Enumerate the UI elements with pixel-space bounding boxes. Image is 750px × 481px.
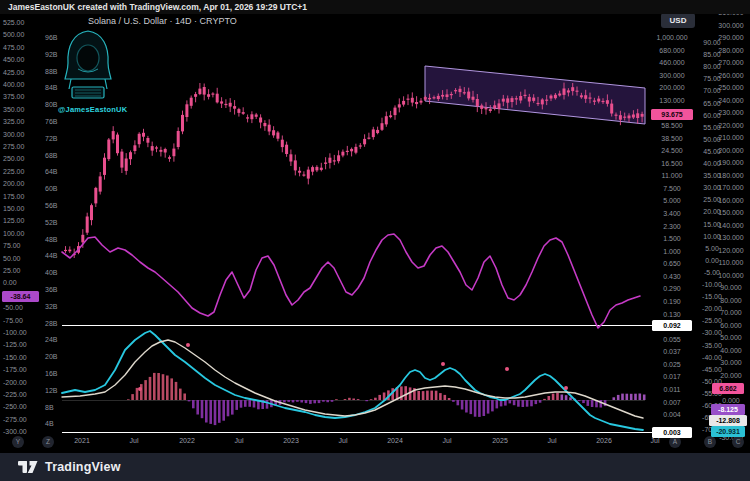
- time-axis-label: Jul: [651, 437, 660, 444]
- time-axis-label: Jul: [235, 437, 244, 444]
- time-axis-label: 2023: [283, 437, 299, 444]
- bottom-brand-bar: TradingView: [0, 453, 750, 481]
- time-axis-label: Jul: [443, 437, 452, 444]
- macd-signal-value-label: -12.808: [709, 415, 747, 426]
- time-axis-label: 2024: [387, 437, 403, 444]
- username-watermark: @JamesEastonUK: [58, 105, 127, 114]
- separator-bottom-value-label: 0.003: [652, 427, 692, 438]
- price-scale-button-z[interactable]: Z: [42, 436, 54, 448]
- oscillator-value-label: -38.64: [2, 291, 39, 302]
- price-scale-button-b[interactable]: B: [704, 436, 716, 448]
- time-axis-label: 2025: [492, 437, 508, 444]
- time-axis-label: 2022: [179, 437, 195, 444]
- time-axis-label: 2026: [596, 437, 612, 444]
- macd-line-value-label: -20.931: [711, 426, 745, 437]
- macd-histogram-value-label: -8.125: [711, 404, 745, 415]
- hacker-avatar-icon: [57, 25, 119, 103]
- attribution-text: JamesEastonUK created with TradingView.c…: [8, 2, 307, 12]
- attribution-bar: JamesEastonUK created with TradingView.c…: [0, 0, 750, 14]
- last-price-label: 93.675: [651, 109, 693, 120]
- separator-top-value-label: 0.092: [652, 320, 692, 331]
- tradingview-brand-text[interactable]: TradingView: [45, 460, 121, 474]
- tradingview-logo-icon[interactable]: [18, 460, 38, 474]
- time-axis-label: Jul: [339, 437, 348, 444]
- macd-aux-value-label: 6.862: [712, 383, 744, 394]
- price-scale-button-y[interactable]: Y: [12, 436, 24, 448]
- currency-usd-button[interactable]: USD: [661, 13, 695, 28]
- time-axis-label: Jul: [548, 437, 557, 444]
- time-axis-label: Jul: [130, 437, 139, 444]
- price-scale-button-c[interactable]: C: [732, 436, 744, 448]
- chart-window: JamesEastonUK created with TradingView.c…: [0, 0, 750, 481]
- time-axis-label: 2021: [74, 437, 90, 444]
